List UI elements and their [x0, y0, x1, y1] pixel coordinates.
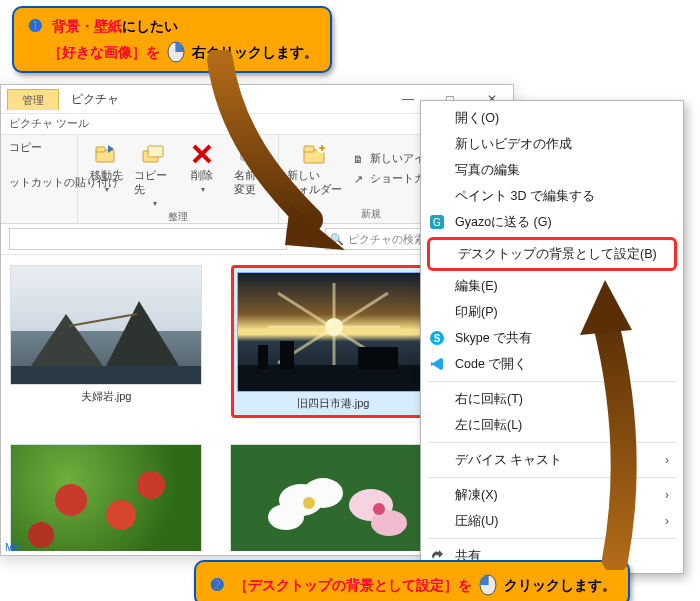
thumbnail-item[interactable]: リンゴの木.jpg	[11, 444, 201, 551]
copyto-icon	[141, 141, 167, 167]
chevron-right-icon: ›	[665, 453, 669, 467]
svg-rect-20	[280, 341, 294, 369]
menu-separator	[427, 477, 677, 478]
thumbnail-caption: 旧四日市港.jpg	[297, 396, 370, 411]
context-menu: 開く(O) 新しいビデオの作成 写真の編集 ペイント 3D で編集する GGya…	[420, 100, 684, 574]
svg-point-25	[28, 522, 54, 548]
search-icon: 🔍	[330, 233, 344, 246]
new-folder-button[interactable]: 新しい フォルダー	[285, 139, 344, 197]
ribbon-group-organize: 移動先▾ コピー先▾ 削除▾ 名前の 変更 整理	[78, 135, 279, 223]
menu-unzip[interactable]: 解凍(X)›	[421, 482, 683, 508]
mouse-icon	[166, 37, 186, 63]
statusbar-size: MB	[5, 541, 21, 553]
dropdown-icon[interactable]: ⌄	[293, 232, 303, 246]
chevron-right-icon: ›	[665, 488, 669, 502]
menu-edit[interactable]: 編集(E)	[421, 273, 683, 299]
moveto-icon	[93, 141, 119, 167]
menu-paint3d[interactable]: ペイント 3D で編集する	[421, 183, 683, 209]
ribbon-group-clipboard: コピー ットカットの貼り付け	[1, 135, 78, 223]
vscode-icon	[429, 356, 445, 372]
thumbnail-image	[10, 265, 202, 385]
thumbnail-item-selected[interactable]: 旧四日市港.jpg	[231, 265, 435, 418]
svg-rect-21	[358, 347, 398, 369]
menu-rotate-left[interactable]: 左に回転(L)	[421, 412, 683, 438]
window-title: ピクチャ	[71, 91, 119, 108]
svg-rect-19	[258, 345, 268, 369]
svg-marker-14	[106, 301, 179, 366]
mouse-icon	[478, 570, 498, 596]
menu-set-background[interactable]: デスクトップの背景として設定(B)	[427, 237, 677, 271]
delete-icon	[189, 141, 215, 167]
menu-gyazo[interactable]: GGyazoに送る (G)	[421, 209, 683, 235]
thumbnail-caption: 夫婦岩.jpg	[81, 389, 132, 404]
menu-print[interactable]: 印刷(P)	[421, 299, 683, 325]
moveto-button[interactable]: 移動先▾	[84, 139, 128, 208]
menu-separator	[427, 538, 677, 539]
address-bar[interactable]	[9, 228, 287, 250]
copy-button[interactable]: コピー	[7, 139, 44, 155]
callout-step1: ➊ 背景・壁紙にしたい ［好きな画像］を 右クリックします。	[12, 6, 332, 73]
ribbon-context-tab[interactable]: 管理	[7, 89, 59, 110]
svg-text:G: G	[433, 217, 441, 228]
step-number: ➋	[208, 576, 226, 594]
svg-rect-3	[148, 146, 163, 157]
menu-edit-photo[interactable]: 写真の編集	[421, 157, 683, 183]
svg-point-32	[373, 503, 385, 515]
svg-line-15	[69, 314, 137, 326]
menu-separator	[427, 381, 677, 382]
new-item-icon: 🗎	[350, 151, 366, 167]
svg-rect-5	[243, 151, 245, 157]
paste-shortcut-button[interactable]: ットカットの貼り付け	[7, 174, 71, 190]
chevron-right-icon: ›	[665, 514, 669, 528]
rename-icon	[237, 141, 263, 167]
shortcut-icon: ↗	[350, 171, 366, 187]
menu-code[interactable]: Code で開く	[421, 351, 683, 377]
thumbnail-item[interactable]: 夫婦岩.jpg	[11, 265, 201, 418]
svg-point-22	[55, 484, 87, 516]
group-label-clipboard	[7, 210, 71, 221]
svg-rect-1	[96, 147, 105, 152]
new-folder-icon	[302, 141, 328, 167]
step-number: ➊	[26, 17, 44, 35]
refresh-icon[interactable]: ⟳	[309, 232, 319, 246]
group-label-organize: 整理	[84, 210, 272, 224]
search-placeholder: ピクチャの検索	[348, 232, 425, 247]
thumbnail-image	[237, 272, 429, 392]
svg-point-24	[137, 471, 165, 499]
skype-icon: S	[429, 330, 445, 346]
thumbnail-image	[10, 444, 202, 551]
menu-cast[interactable]: デバイス キャスト›	[421, 447, 683, 473]
menu-rotate-right[interactable]: 右に回転(T)	[421, 386, 683, 412]
menu-zip[interactable]: 圧縮(U)›	[421, 508, 683, 534]
svg-point-28	[268, 504, 304, 530]
tutorial-stage: 管理 ピクチャ — □ ✕ ピクチャ ツール コピー ットカットの貼り付け	[0, 0, 700, 601]
gyazo-icon: G	[429, 214, 445, 230]
menu-open[interactable]: 開く(O)	[421, 105, 683, 131]
thumbnail-image	[230, 444, 422, 551]
thumbnail-item[interactable]: スイフヨウ｜酔芙蓉.jpg	[231, 444, 421, 551]
menu-skype[interactable]: SSkype で共有	[421, 325, 683, 351]
svg-text:S: S	[434, 333, 441, 344]
svg-rect-16	[11, 366, 201, 384]
svg-rect-7	[304, 146, 314, 152]
menu-new-video[interactable]: 新しいビデオの作成	[421, 131, 683, 157]
delete-button[interactable]: 削除▾	[180, 139, 224, 208]
svg-point-31	[303, 497, 315, 509]
rename-button[interactable]: 名前の 変更	[228, 139, 272, 208]
menu-separator	[427, 442, 677, 443]
svg-point-23	[106, 500, 136, 530]
copyto-button[interactable]: コピー先▾	[132, 139, 176, 208]
callout-step2: ➋ ［デスクトップの背景として設定］を クリックします。	[194, 560, 630, 601]
